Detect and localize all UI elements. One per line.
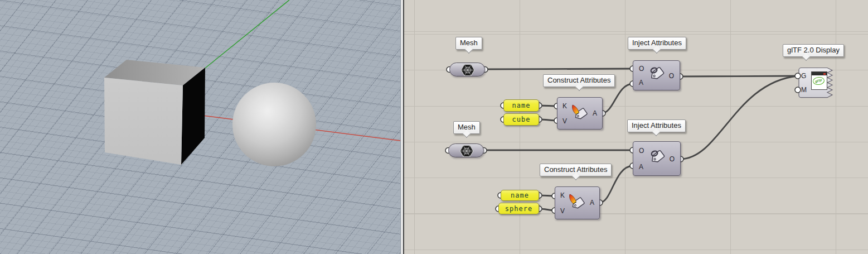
tag-ring-icon: [647, 148, 671, 170]
tag-pen-icon: [569, 104, 591, 123]
cube-front-face: [104, 78, 183, 165]
port-label-A[interactable]: A: [639, 164, 643, 170]
tooltip-inject-2: Inject Attributes: [627, 119, 686, 132]
tooltip-construct-1: Construct Attributes: [543, 74, 615, 87]
wire-construct1-inject1[interactable]: [602, 84, 633, 113]
tooltip-label: Inject Attributes: [632, 39, 682, 47]
tooltip-label: Construct Attributes: [547, 76, 610, 84]
mesh-hexagon-icon: [460, 63, 475, 77]
port-label-M[interactable]: M: [801, 87, 807, 93]
panel-sphere[interactable]: sphere: [498, 203, 539, 214]
tooltip-label: Inject Attributes: [632, 121, 681, 130]
panel-name-2[interactable]: name: [501, 190, 539, 201]
panel-name-1[interactable]: name: [503, 99, 539, 112]
node-inject-attributes-2[interactable]: O A O: [633, 141, 681, 176]
tag-pen-icon: [566, 194, 589, 213]
panel-text: cube: [512, 116, 531, 123]
port-label-G[interactable]: G: [801, 73, 806, 79]
tooltip-label: Mesh: [460, 39, 478, 47]
port-label-V[interactable]: V: [562, 118, 567, 124]
port-label-V[interactable]: V: [560, 208, 565, 214]
port-label-A[interactable]: A: [590, 199, 594, 206]
gltf-logo: glTF: [812, 76, 825, 85]
node-gltf-display[interactable]: G M glTF: [793, 66, 838, 100]
tooltip-construct-2: Construct Attributes: [540, 164, 612, 176]
tooltip-mesh-2: Mesh: [453, 121, 480, 134]
app-window: Mesh Inject Attributes Construct Attribu…: [0, 0, 868, 254]
tooltip-label: glTF 2.0 Display: [787, 46, 840, 54]
wire-inject1-gltf[interactable]: [679, 76, 798, 76]
port-label-K[interactable]: K: [560, 192, 565, 199]
tooltip-label: Mesh: [458, 123, 476, 131]
gltf-titlebar: [812, 72, 827, 75]
cube-object[interactable]: [0, 0, 400, 254]
node-mesh-param-2[interactable]: [448, 143, 484, 157]
tag-ring-icon: [647, 65, 670, 87]
node-inject-attributes-1[interactable]: O A O: [633, 60, 680, 90]
gltf-logo-text: glTF: [815, 79, 822, 83]
panel-cube[interactable]: cube: [503, 113, 539, 126]
panel-text: name: [511, 191, 529, 199]
grasshopper-canvas[interactable]: Mesh Inject Attributes Construct Attribu…: [404, 0, 868, 254]
tooltip-inject-1: Inject Attributes: [628, 37, 686, 50]
node-construct-attributes-2[interactable]: K V A: [555, 186, 600, 219]
panel-text: sphere: [505, 205, 532, 213]
tooltip-label: Construct Attributes: [544, 165, 607, 174]
mesh-hexagon-icon: [459, 144, 474, 158]
node-construct-attributes-1[interactable]: K V A: [557, 97, 603, 130]
sphere-object[interactable]: [232, 83, 316, 166]
gltf-close-dot: [823, 73, 826, 75]
wire-inject2-gltf[interactable]: [681, 76, 798, 159]
rhino-viewport[interactable]: [0, 0, 400, 254]
wire-mesh1-inject1[interactable]: [485, 69, 633, 69]
panel-text: name: [512, 102, 531, 109]
tooltip-mesh-1: Mesh: [455, 37, 482, 50]
port-label-O[interactable]: O: [639, 147, 644, 154]
port-label-A[interactable]: A: [593, 110, 597, 117]
node-mesh-param-1[interactable]: [449, 63, 485, 76]
port-label-O[interactable]: O: [639, 65, 644, 72]
port-label-A[interactable]: A: [639, 79, 643, 86]
gltf-window-icon: glTF: [811, 71, 827, 90]
pane-divider[interactable]: [400, 0, 404, 254]
port-label-K[interactable]: K: [562, 103, 567, 109]
tooltip-gltf-display: glTF 2.0 Display: [783, 44, 844, 57]
